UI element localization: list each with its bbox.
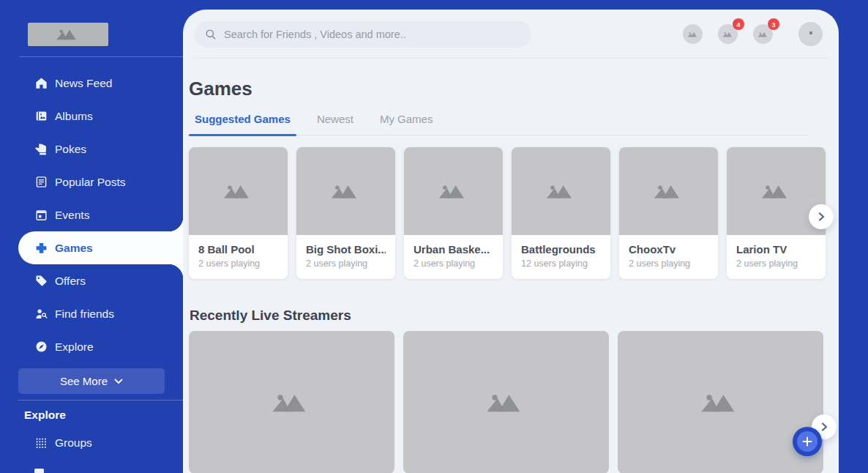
game-image-placeholder <box>296 147 395 235</box>
game-meta: Urban Baske... 2 users playing <box>404 235 503 279</box>
mountain-icon <box>438 184 470 199</box>
game-meta: ChooxTv 2 users playing <box>619 235 718 279</box>
sidebar-divider <box>18 400 183 401</box>
game-title: Big Shot Boxi... <box>306 243 386 256</box>
game-image-placeholder <box>404 147 503 235</box>
game-meta: 8 Ball Pool 2 users playing <box>189 235 288 279</box>
mountain-icon <box>722 31 734 37</box>
mountain-placeholder-icon <box>56 29 81 40</box>
chevron-right-icon <box>819 422 829 432</box>
game-image-placeholder <box>512 147 610 235</box>
mountain-icon <box>271 392 313 413</box>
add-button[interactable] <box>793 427 822 456</box>
posts-icon <box>34 175 48 190</box>
game-title: 8 Ball Pool <box>198 243 278 256</box>
sidebar-item-label: Find friends <box>55 308 114 321</box>
mountain-icon <box>700 392 742 413</box>
game-status: 2 users playing <box>736 258 816 269</box>
sidebar-item-label: Explore <box>55 340 94 354</box>
sidebar-item-groups[interactable]: Groups <box>0 426 183 459</box>
sidebar-divider <box>19 56 183 57</box>
game-card[interactable]: ChooxTv 2 users playing <box>619 147 718 279</box>
sidebar-item-find-friends[interactable]: Find friends <box>0 297 183 330</box>
streamer-card[interactable] <box>189 331 394 473</box>
mountain-icon <box>760 184 793 199</box>
profile-avatar[interactable] <box>798 22 823 46</box>
game-title: ChooxTv <box>629 243 708 256</box>
game-status: 2 users playing <box>414 258 493 269</box>
poke-hand-icon <box>34 142 48 157</box>
topbar: 4 3 <box>183 10 839 59</box>
sidebar-item-label: Games <box>55 242 93 255</box>
sidebar-item-games[interactable]: Games <box>18 231 183 264</box>
suggested-games-row: 8 Ball Pool 2 users playing Big Shot Box… <box>189 147 839 279</box>
games-carousel-next-button[interactable] <box>809 204 834 229</box>
search-bar <box>195 21 531 48</box>
notification-badge: 3 <box>768 18 779 30</box>
gamepad-icon <box>34 241 48 256</box>
sidebar-item-events[interactable]: Events <box>0 198 183 231</box>
sidebar-item-popular-posts[interactable]: Popular Posts <box>0 165 183 198</box>
topbar-icon-1[interactable] <box>683 24 703 44</box>
tab-my-games[interactable]: My Games <box>374 113 439 135</box>
sidebar-item-label: Offers <box>55 275 86 288</box>
sidebar-item-partial[interactable] <box>0 469 183 473</box>
sidebar: News Feed Albums Pokes Popular Posts Eve… <box>0 0 183 473</box>
app-logo[interactable] <box>28 23 108 46</box>
game-card[interactable]: Battlegrounds 12 users playing <box>512 147 610 279</box>
flag-icon <box>34 469 183 473</box>
sidebar-item-explore[interactable]: Explore <box>0 330 183 363</box>
game-card[interactable]: 8 Ball Pool 2 users playing <box>189 147 288 279</box>
game-meta: Big Shot Boxi... 2 users playing <box>296 235 395 279</box>
app: { "colors": { "frame_blue": "#2141b0", "… <box>0 0 868 473</box>
mountain-icon <box>757 31 769 37</box>
sidebar-item-offers[interactable]: Offers <box>0 264 183 297</box>
mountain-icon <box>330 184 362 199</box>
mountain-icon <box>222 184 255 199</box>
tag-icon <box>34 274 48 288</box>
calendar-icon <box>34 208 48 223</box>
game-status: 12 users playing <box>521 258 601 269</box>
tab-suggested-games[interactable]: Suggested Games <box>189 113 296 135</box>
topbar-icon-3[interactable]: 3 <box>753 24 773 44</box>
game-meta: Larion TV 2 users playing <box>727 235 826 279</box>
find-friends-icon <box>34 307 48 321</box>
game-image-placeholder <box>189 147 288 235</box>
sidebar-nav: News Feed Albums Pokes Popular Posts Eve… <box>0 67 183 363</box>
albums-icon <box>34 109 48 124</box>
sidebar-item-label: Events <box>55 209 89 222</box>
groups-grid-icon <box>34 436 48 450</box>
games-page: Games Suggested Games Newest My Games 8 … <box>183 59 839 473</box>
sidebar-item-pokes[interactable]: Pokes <box>0 133 183 165</box>
sidebar-section-header: Explore <box>24 409 183 422</box>
game-card[interactable]: Urban Baske... 2 users playing <box>404 147 503 279</box>
streamer-card[interactable] <box>618 331 823 473</box>
game-meta: Battlegrounds 12 users playing <box>512 235 610 279</box>
mountain-icon <box>485 392 528 413</box>
chevron-right-icon <box>816 212 826 222</box>
game-title: Battlegrounds <box>521 243 601 256</box>
avatar-dot <box>809 31 812 34</box>
search-input[interactable] <box>195 21 531 48</box>
game-status: 2 users playing <box>306 258 386 269</box>
game-status: 2 users playing <box>198 258 278 269</box>
sidebar-item-label: News Feed <box>55 77 112 90</box>
search-icon <box>205 29 217 40</box>
streamer-card[interactable] <box>403 331 609 473</box>
see-more-button[interactable]: See More <box>18 368 165 394</box>
see-more-label: See More <box>60 375 108 387</box>
sidebar-item-albums[interactable]: Albums <box>0 100 183 133</box>
sidebar-item-label: Groups <box>55 436 92 450</box>
plus-icon <box>797 431 818 452</box>
sidebar-item-news-feed[interactable]: News Feed <box>0 67 183 100</box>
mountain-icon <box>687 31 699 37</box>
sidebar-item-label: Popular Posts <box>55 176 126 189</box>
game-card[interactable]: Big Shot Boxi... 2 users playing <box>296 147 395 279</box>
page-title: Games <box>189 75 839 103</box>
streamers-section-title: Recently Live Streamers <box>190 308 839 324</box>
tab-newest[interactable]: Newest <box>311 113 359 135</box>
topbar-icons: 4 3 <box>683 22 823 46</box>
game-image-placeholder <box>619 147 718 235</box>
topbar-icon-2[interactable]: 4 <box>718 24 738 44</box>
streamers-row <box>189 331 839 473</box>
